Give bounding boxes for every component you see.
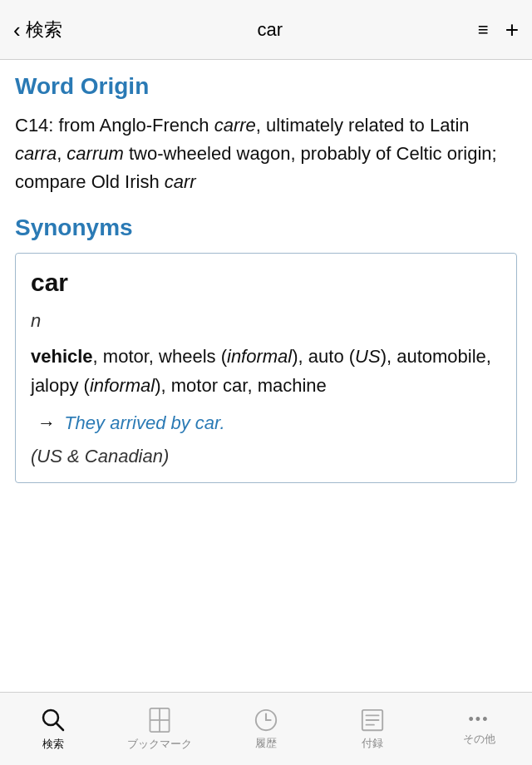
origin-text-plain2: , ultimately related to Latin [256,115,470,136]
back-chevron-icon: ‹ [13,19,21,41]
appendix-icon [360,708,385,733]
origin-italic1: carre [214,115,256,136]
main-content: Word Origin C14: from Anglo-French carre… [0,60,532,692]
origin-text: C14: from Anglo-French carre, ultimately… [15,111,517,196]
tab-appendix-label: 付録 [362,736,383,751]
tab-appendix[interactable]: 付録 [319,693,426,765]
syn-list: vehicle, motor, wheels (informal), auto … [31,342,501,400]
syn-pos: n [31,310,501,332]
origin-text-plain1: C14: from Anglo-French [15,115,214,136]
tab-bookmark[interactable]: ブックマーク [106,693,213,765]
syn-list-bold: vehicle [31,346,93,367]
history-icon [254,708,278,733]
menu-icon[interactable]: ≡ [478,21,489,39]
origin-italic2: carra [15,143,57,164]
tab-history-label: 履歴 [255,736,277,751]
tab-search[interactable]: 検索 [0,693,106,765]
syn-list-text1: , motor, wheels ( [93,346,227,367]
back-label: 検索 [26,17,62,42]
bookmark-icon [147,707,172,733]
syn-italic2: US [355,346,381,367]
syn-example-text: They arrived by car. [64,412,225,433]
tab-search-label: 検索 [42,737,64,752]
syn-list-text4: ), motor car, machine [155,375,327,396]
nav-bar: ‹ 検索 car ≡ + [0,0,532,60]
back-button[interactable]: ‹ 検索 [13,17,62,42]
synonyms-box: car n vehicle, motor, wheels (informal),… [15,253,517,482]
add-icon[interactable]: + [505,18,519,42]
origin-text-comma: , [57,143,66,164]
syn-list-text2: ), auto ( [292,346,355,367]
word-origin-title: Word Origin [15,73,517,100]
syn-italic3: informal [90,375,155,396]
search-icon [40,707,66,733]
nav-title: car [257,19,283,41]
origin-italic3: carrum [66,143,123,164]
origin-italic4: carr [165,171,196,192]
tab-history[interactable]: 履歴 [213,693,319,765]
tab-bar: 検索 ブックマーク 履歴 付録 ••• その他 [0,692,532,765]
nav-actions: ≡ + [478,18,519,42]
syn-entry-word: car [31,269,501,297]
syn-arrow-icon: → [37,412,61,433]
syn-region: (US & Canadian) [31,446,501,467]
syn-example: → They arrived by car. [31,412,501,434]
syn-italic1: informal [227,346,292,367]
svg-line-1 [57,723,64,730]
synonyms-title: Synonyms [15,215,517,241]
tab-more[interactable]: ••• その他 [426,693,532,765]
tab-more-label: その他 [463,732,495,747]
more-icon: ••• [469,711,490,728]
tab-bookmark-label: ブックマーク [127,737,192,752]
